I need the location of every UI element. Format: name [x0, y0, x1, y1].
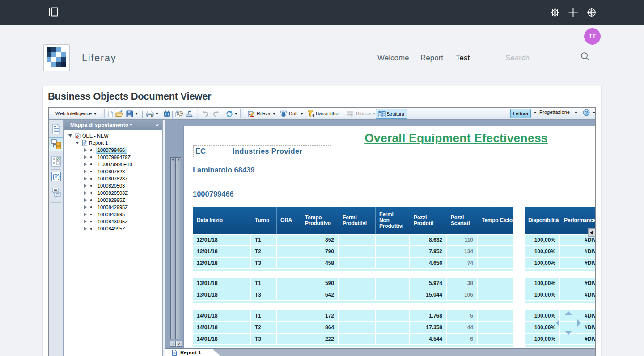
svg-text:?: ? — [585, 110, 588, 115]
